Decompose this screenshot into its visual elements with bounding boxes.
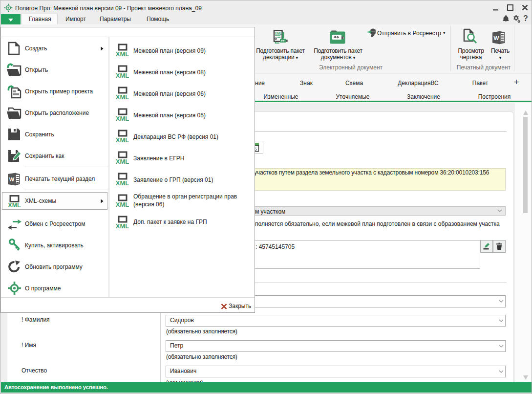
svg-text:XML: XML — [116, 93, 129, 100]
svg-text:XML: XML — [8, 202, 21, 208]
svg-text:XML: XML — [116, 222, 129, 229]
svg-text:XML: XML — [275, 32, 282, 35]
svg-text:W: W — [9, 176, 15, 182]
svg-text:XML: XML — [116, 115, 129, 122]
svg-text:XML: XML — [116, 201, 129, 208]
svg-text:XML: XML — [116, 50, 129, 57]
svg-text:XML: XML — [116, 179, 129, 186]
svg-text:XML: XML — [116, 158, 129, 165]
svg-text:W: W — [494, 35, 499, 41]
svg-text:XML: XML — [116, 72, 129, 79]
svg-text:XML: XML — [116, 136, 129, 143]
